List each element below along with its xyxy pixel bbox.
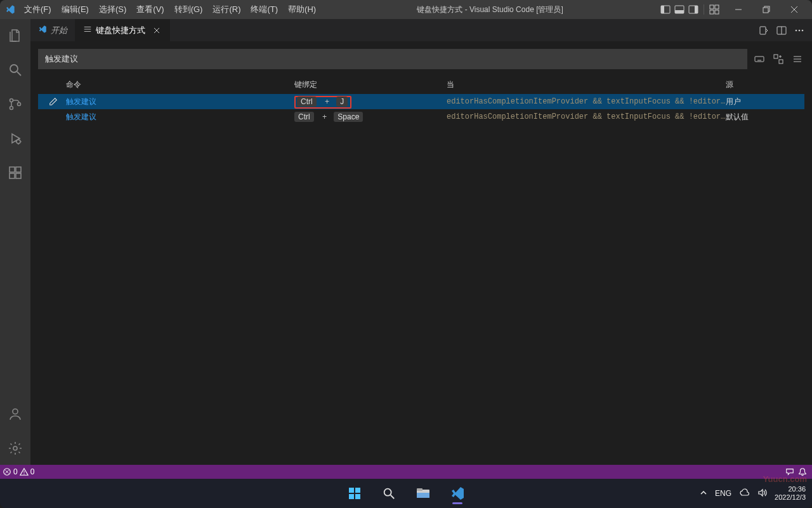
tab-welcome-label: 开始	[51, 25, 67, 36]
menu-run[interactable]: 运行(R)	[207, 1, 246, 18]
layout-controls	[659, 3, 721, 16]
keybindings-editor: 触发建议 命令 键绑定 当 源 触发建议	[30, 41, 812, 465]
col-when[interactable]: 当	[447, 79, 726, 90]
svg-point-30	[13, 446, 17, 450]
svg-rect-27	[16, 173, 21, 178]
col-command[interactable]: 命令	[66, 79, 294, 90]
tab-keyboard-shortcuts[interactable]: 键盘快捷方式	[75, 19, 170, 41]
col-keybinding[interactable]: 键绑定	[294, 79, 447, 90]
status-problems[interactable]: 0 0	[3, 467, 34, 476]
menu-help[interactable]: 帮助(H)	[283, 1, 321, 18]
sort-precedence-icon[interactable]	[771, 52, 785, 66]
menu-view[interactable]: 查看(V)	[131, 1, 169, 18]
taskbar-explorer-icon[interactable]	[410, 481, 436, 506]
keyboard-settings-icon	[83, 25, 92, 36]
vscode-tab-icon	[38, 25, 47, 36]
svg-rect-65	[417, 493, 429, 498]
main-area: 开始 键盘快捷方式 触发建议	[0, 19, 812, 465]
cell-command: 触发建议	[66, 97, 294, 107]
table-row[interactable]: 触发建议 Ctrl + Space editorHasCompletionIte…	[38, 109, 804, 124]
tab-bar: 开始 键盘快捷方式	[30, 19, 812, 41]
cell-command: 触发建议	[66, 112, 294, 123]
svg-rect-1	[661, 6, 664, 13]
svg-rect-42	[755, 57, 764, 62]
svg-rect-25	[10, 167, 15, 172]
svg-rect-26	[10, 173, 15, 178]
cell-when: editorHasCompletionItemProvider && textI…	[447, 112, 726, 121]
extensions-icon[interactable]	[0, 160, 30, 185]
menu-file[interactable]: 文件(F)	[19, 1, 56, 18]
customize-layout-icon[interactable]	[708, 3, 721, 16]
svg-rect-60	[355, 494, 360, 499]
explorer-icon[interactable]	[0, 23, 30, 48]
tray-language[interactable]: ENG	[715, 489, 731, 498]
svg-rect-8	[710, 10, 714, 14]
menu-edit[interactable]: 编辑(E)	[56, 1, 94, 18]
tab-welcome[interactable]: 开始	[30, 19, 75, 41]
svg-rect-36	[760, 27, 766, 34]
table-header: 命令 键绑定 当 源	[38, 76, 804, 94]
minimize-button[interactable]	[724, 0, 752, 19]
keybindings-table: 命令 键绑定 当 源 触发建议 Ctrl + J	[38, 76, 804, 124]
search-icon[interactable]	[0, 57, 30, 83]
cell-source: 用户	[726, 97, 802, 107]
taskbar-vscode-icon[interactable]	[445, 481, 470, 506]
close-icon[interactable]	[152, 25, 162, 36]
toggle-sidebar-left-icon[interactable]	[659, 3, 672, 16]
menu-selection[interactable]: 选择(S)	[94, 1, 131, 18]
tray-onedrive-icon[interactable]	[739, 488, 749, 500]
svg-rect-6	[710, 5, 714, 9]
svg-point-18	[10, 107, 13, 110]
menu-terminal[interactable]: 终端(T)	[246, 1, 283, 18]
tray-chevron-up-icon[interactable]	[700, 489, 707, 498]
svg-rect-58	[355, 488, 360, 493]
status-bar: 0 0	[0, 465, 812, 479]
record-keys-icon[interactable]	[752, 52, 766, 66]
menu-go[interactable]: 转到(G)	[169, 1, 208, 18]
menu-bar: 文件(F) 编辑(E) 选择(S) 查看(V) 转到(G) 运行(R) 终端(T…	[19, 1, 321, 18]
keybinding-search-input[interactable]: 触发建议	[38, 49, 747, 69]
title-bar: 文件(F) 编辑(E) 选择(S) 查看(V) 转到(G) 运行(R) 终端(T…	[0, 0, 812, 19]
divider	[704, 4, 704, 15]
svg-point-17	[10, 99, 13, 102]
svg-point-56	[23, 474, 24, 474]
table-row[interactable]: 触发建议 Ctrl + J editorHasCompletionItemPro…	[38, 94, 804, 109]
close-button[interactable]	[780, 0, 808, 19]
status-error-count: 0	[13, 467, 18, 476]
svg-rect-7	[715, 5, 719, 9]
tray-volume-icon[interactable]	[757, 488, 767, 500]
status-feedback-icon[interactable]	[785, 467, 794, 476]
toggle-panel-icon[interactable]	[673, 3, 686, 16]
toggle-sidebar-right-icon[interactable]	[687, 3, 700, 16]
split-editor-icon[interactable]	[775, 24, 788, 37]
open-json-icon[interactable]	[757, 24, 770, 37]
restore-button[interactable]	[752, 0, 780, 19]
col-source[interactable]: 源	[726, 79, 802, 90]
settings-gear-icon[interactable]	[0, 436, 30, 461]
accounts-icon[interactable]	[0, 401, 30, 427]
edit-pencil-icon[interactable]	[41, 97, 66, 106]
svg-rect-59	[349, 494, 354, 499]
cell-keybinding: Ctrl + Space	[294, 112, 447, 122]
svg-rect-48	[779, 60, 783, 64]
clear-search-icon[interactable]	[790, 52, 804, 66]
more-actions-icon[interactable]	[793, 24, 806, 37]
source-control-icon[interactable]	[0, 91, 30, 117]
cell-keybinding: Ctrl + J	[294, 97, 447, 107]
start-menu-button[interactable]	[342, 481, 367, 506]
run-debug-icon[interactable]	[0, 126, 30, 151]
svg-rect-5	[695, 6, 698, 13]
svg-rect-64	[417, 488, 422, 491]
activity-bar	[0, 19, 30, 465]
svg-point-41	[802, 29, 804, 31]
svg-rect-47	[774, 55, 778, 58]
cell-source: 默认值	[726, 112, 802, 123]
taskbar-search-icon[interactable]	[376, 481, 402, 506]
svg-point-39	[796, 29, 797, 31]
tray-clock[interactable]: 20:36 2022/12/3	[775, 485, 806, 501]
tab-keyboard-shortcuts-label: 键盘快捷方式	[96, 25, 145, 36]
svg-line-62	[391, 495, 395, 499]
status-bell-icon[interactable]	[798, 467, 807, 476]
svg-point-40	[799, 29, 801, 31]
windows-taskbar: ENG 20:36 2022/12/3	[0, 479, 812, 508]
